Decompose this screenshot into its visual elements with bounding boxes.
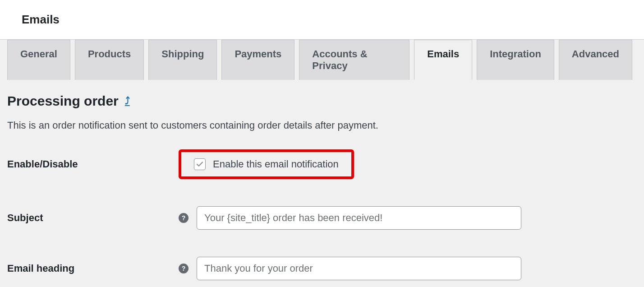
enable-checkbox[interactable] — [194, 158, 206, 170]
topbar: Emails — [0, 0, 644, 39]
tab-products[interactable]: Products — [75, 40, 144, 80]
cell-subject: ? — [179, 206, 521, 230]
page-description: This is an order notification sent to cu… — [7, 120, 637, 131]
email-heading-input[interactable] — [197, 257, 521, 280]
tab-general[interactable]: General — [7, 40, 70, 80]
label-enable: Enable/Disable — [7, 158, 179, 170]
tab-emails[interactable]: Emails — [414, 40, 472, 80]
content: Processing order ⤴ This is an order noti… — [0, 80, 644, 280]
cell-email-heading: ? — [179, 257, 521, 280]
label-subject: Subject — [7, 212, 179, 224]
subject-input[interactable] — [197, 206, 521, 230]
tab-payments[interactable]: Payments — [221, 40, 294, 80]
tab-shipping[interactable]: Shipping — [148, 40, 217, 80]
topbar-title: Emails — [22, 13, 622, 27]
tab-advanced[interactable]: Advanced — [559, 40, 632, 80]
row-email-heading: Email heading ? — [7, 257, 637, 280]
help-icon[interactable]: ? — [179, 264, 189, 273]
enable-checkbox-label[interactable]: Enable this email notification — [213, 158, 339, 170]
row-enable: Enable/Disable Enable this email notific… — [7, 149, 637, 179]
tab-accounts-privacy[interactable]: Accounts & Privacy — [299, 40, 409, 80]
page-title: Processing order — [7, 93, 119, 109]
enable-highlight-box: Enable this email notification — [179, 149, 354, 179]
row-subject: Subject ? — [7, 206, 637, 230]
page-title-row: Processing order ⤴ — [7, 93, 637, 109]
check-icon — [196, 160, 204, 168]
tab-integration[interactable]: Integration — [477, 40, 554, 80]
tabbar: GeneralProductsShippingPaymentsAccounts … — [0, 39, 644, 80]
help-icon[interactable]: ? — [179, 213, 189, 223]
label-email-heading: Email heading — [7, 263, 179, 274]
back-link[interactable]: ⤴ — [125, 95, 130, 107]
